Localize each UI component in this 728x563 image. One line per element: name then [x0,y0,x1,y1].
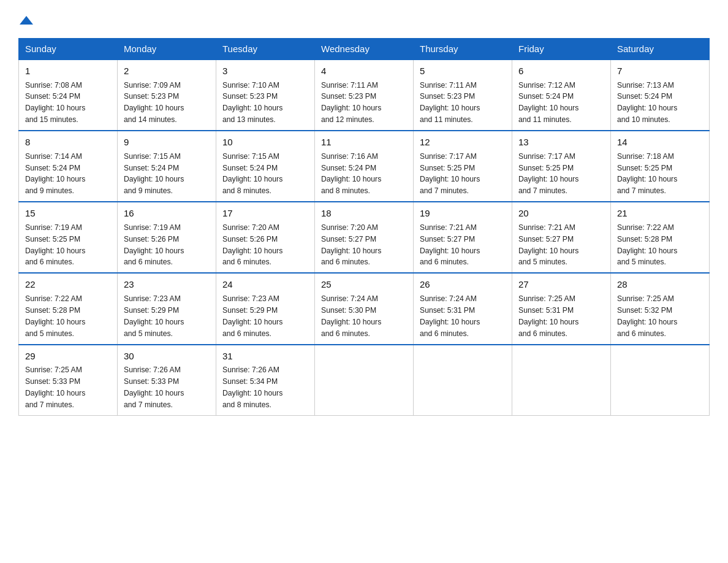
day-number: 11 [321,136,407,150]
calendar-cell [611,345,710,416]
calendar-cell: 27Sunrise: 7:25 AMSunset: 5:31 PMDayligh… [512,273,611,344]
day-info: Sunrise: 7:15 AMSunset: 5:24 PMDaylight:… [222,152,282,196]
day-number: 13 [518,136,604,150]
calendar-cell: 6Sunrise: 7:12 AMSunset: 5:24 PMDaylight… [512,59,611,131]
day-number: 20 [518,207,604,221]
day-number: 9 [124,136,210,150]
day-info: Sunrise: 7:25 AMSunset: 5:31 PMDaylight:… [518,294,578,338]
calendar-cell: 10Sunrise: 7:15 AMSunset: 5:24 PMDayligh… [216,131,315,202]
day-number: 21 [617,207,703,221]
day-number: 19 [420,207,506,221]
calendar-header: SundayMondayTuesdayWednesdayThursdayFrid… [19,39,710,60]
calendar-cell: 23Sunrise: 7:23 AMSunset: 5:29 PMDayligh… [118,273,216,344]
calendar-cell: 24Sunrise: 7:23 AMSunset: 5:29 PMDayligh… [216,273,315,344]
calendar-cell: 16Sunrise: 7:19 AMSunset: 5:26 PMDayligh… [118,202,216,273]
day-number: 3 [222,64,308,79]
day-info: Sunrise: 7:19 AMSunset: 5:26 PMDaylight:… [124,223,184,267]
calendar-cell: 26Sunrise: 7:24 AMSunset: 5:31 PMDayligh… [414,273,512,344]
day-number: 31 [222,350,308,364]
calendar-cell: 20Sunrise: 7:21 AMSunset: 5:27 PMDayligh… [512,202,611,273]
column-header-thursday: Thursday [414,39,512,60]
day-info: Sunrise: 7:20 AMSunset: 5:27 PMDaylight:… [321,223,381,267]
week-row-4: 22Sunrise: 7:22 AMSunset: 5:28 PMDayligh… [19,273,710,344]
week-row-1: 1Sunrise: 7:08 AMSunset: 5:24 PMDaylight… [19,59,710,131]
day-info: Sunrise: 7:17 AMSunset: 5:25 PMDaylight:… [518,152,578,196]
calendar-table: SundayMondayTuesdayWednesdayThursdayFrid… [18,38,710,416]
day-number: 23 [124,278,210,292]
day-info: Sunrise: 7:20 AMSunset: 5:26 PMDaylight:… [222,223,282,267]
day-info: Sunrise: 7:11 AMSunset: 5:23 PMDaylight:… [420,81,480,124]
day-info: Sunrise: 7:12 AMSunset: 5:24 PMDaylight:… [518,81,578,124]
calendar-body: 1Sunrise: 7:08 AMSunset: 5:24 PMDaylight… [19,59,710,415]
calendar-cell: 25Sunrise: 7:24 AMSunset: 5:30 PMDayligh… [315,273,414,344]
calendar-cell: 28Sunrise: 7:25 AMSunset: 5:32 PMDayligh… [611,273,710,344]
day-number: 10 [222,136,308,150]
calendar-cell: 21Sunrise: 7:22 AMSunset: 5:28 PMDayligh… [611,202,710,273]
day-info: Sunrise: 7:11 AMSunset: 5:23 PMDaylight:… [321,81,381,124]
day-info: Sunrise: 7:26 AMSunset: 5:34 PMDaylight:… [222,366,282,409]
calendar-cell: 14Sunrise: 7:18 AMSunset: 5:25 PMDayligh… [611,131,710,202]
calendar-cell [512,345,611,416]
svg-marker-0 [20,16,33,25]
calendar-cell: 3Sunrise: 7:10 AMSunset: 5:23 PMDaylight… [216,59,315,131]
day-number: 28 [617,278,703,292]
day-number: 2 [124,64,210,79]
day-info: Sunrise: 7:15 AMSunset: 5:24 PMDaylight:… [124,152,184,196]
calendar-cell: 2Sunrise: 7:09 AMSunset: 5:23 PMDaylight… [118,59,216,131]
day-number: 4 [321,64,407,79]
day-number: 15 [25,207,111,221]
day-number: 22 [25,278,111,292]
calendar-cell: 30Sunrise: 7:26 AMSunset: 5:33 PMDayligh… [118,345,216,416]
day-info: Sunrise: 7:22 AMSunset: 5:28 PMDaylight:… [617,223,677,267]
day-number: 30 [124,350,210,364]
column-header-monday: Monday [118,39,216,60]
day-info: Sunrise: 7:10 AMSunset: 5:23 PMDaylight:… [222,81,282,124]
calendar-cell: 7Sunrise: 7:13 AMSunset: 5:24 PMDaylight… [611,59,710,131]
calendar-cell: 31Sunrise: 7:26 AMSunset: 5:34 PMDayligh… [216,345,315,416]
day-info: Sunrise: 7:18 AMSunset: 5:25 PMDaylight:… [617,152,677,196]
week-row-2: 8Sunrise: 7:14 AMSunset: 5:24 PMDaylight… [19,131,710,202]
calendar-cell: 8Sunrise: 7:14 AMSunset: 5:24 PMDaylight… [19,131,118,202]
day-number: 7 [617,64,703,79]
calendar-cell: 29Sunrise: 7:25 AMSunset: 5:33 PMDayligh… [19,345,118,416]
day-info: Sunrise: 7:24 AMSunset: 5:30 PMDaylight:… [321,294,381,338]
calendar-cell: 12Sunrise: 7:17 AMSunset: 5:25 PMDayligh… [414,131,512,202]
day-number: 8 [25,136,111,150]
calendar-cell: 13Sunrise: 7:17 AMSunset: 5:25 PMDayligh… [512,131,611,202]
day-info: Sunrise: 7:17 AMSunset: 5:25 PMDaylight:… [420,152,480,196]
calendar-cell: 17Sunrise: 7:20 AMSunset: 5:26 PMDayligh… [216,202,315,273]
day-number: 16 [124,207,210,221]
column-header-wednesday: Wednesday [315,39,414,60]
day-number: 26 [420,278,506,292]
week-row-3: 15Sunrise: 7:19 AMSunset: 5:25 PMDayligh… [19,202,710,273]
day-info: Sunrise: 7:24 AMSunset: 5:31 PMDaylight:… [420,294,480,338]
day-info: Sunrise: 7:14 AMSunset: 5:24 PMDaylight:… [25,152,85,196]
header-row: SundayMondayTuesdayWednesdayThursdayFrid… [19,39,710,60]
day-number: 17 [222,207,308,221]
day-number: 24 [222,278,308,292]
day-info: Sunrise: 7:21 AMSunset: 5:27 PMDaylight:… [518,223,578,267]
day-info: Sunrise: 7:08 AMSunset: 5:24 PMDaylight:… [25,81,85,124]
day-info: Sunrise: 7:23 AMSunset: 5:29 PMDaylight:… [124,294,184,338]
calendar-cell: 22Sunrise: 7:22 AMSunset: 5:28 PMDayligh… [19,273,118,344]
day-number: 18 [321,207,407,221]
day-info: Sunrise: 7:22 AMSunset: 5:28 PMDaylight:… [25,294,85,338]
calendar-cell: 5Sunrise: 7:11 AMSunset: 5:23 PMDaylight… [414,59,512,131]
logo [18,12,33,27]
calendar-cell: 15Sunrise: 7:19 AMSunset: 5:25 PMDayligh… [19,202,118,273]
calendar-cell: 4Sunrise: 7:11 AMSunset: 5:23 PMDaylight… [315,59,414,131]
calendar-cell [414,345,512,416]
calendar-cell: 19Sunrise: 7:21 AMSunset: 5:27 PMDayligh… [414,202,512,273]
day-info: Sunrise: 7:25 AMSunset: 5:33 PMDaylight:… [25,366,85,409]
page-header [18,12,710,27]
logo-triangle-icon [20,13,33,27]
column-header-sunday: Sunday [19,39,118,60]
day-number: 14 [617,136,703,150]
day-number: 29 [25,350,111,364]
calendar-cell: 18Sunrise: 7:20 AMSunset: 5:27 PMDayligh… [315,202,414,273]
day-info: Sunrise: 7:26 AMSunset: 5:33 PMDaylight:… [124,366,184,409]
day-info: Sunrise: 7:16 AMSunset: 5:24 PMDaylight:… [321,152,381,196]
calendar-cell: 11Sunrise: 7:16 AMSunset: 5:24 PMDayligh… [315,131,414,202]
calendar-cell [315,345,414,416]
day-info: Sunrise: 7:13 AMSunset: 5:24 PMDaylight:… [617,81,677,124]
